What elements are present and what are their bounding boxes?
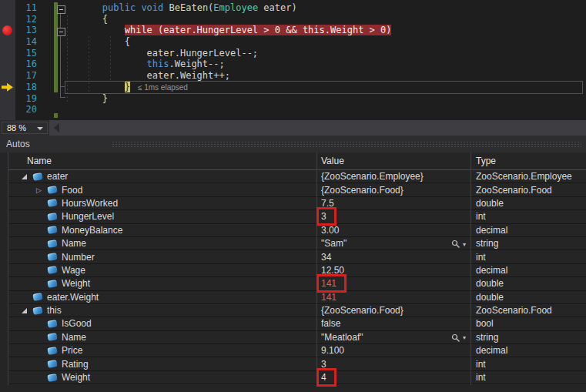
autos-header-row: Name Value Type — [8, 152, 586, 170]
field-icon — [47, 280, 57, 288]
code-line-12[interactable]: 12 { — [0, 14, 586, 25]
variable-name: eater — [47, 171, 68, 182]
autos-row[interactable]: eater.Weight141double — [8, 291, 586, 304]
scroll-left-icon[interactable] — [54, 123, 59, 132]
variable-name: IsGood — [62, 318, 92, 329]
magnifier-icon[interactable]: ▾ — [451, 333, 466, 343]
horizontal-scrollbar[interactable] — [49, 120, 586, 136]
variable-type: double — [470, 278, 586, 289]
code-line-20[interactable]: 20 — [0, 104, 586, 116]
gutter-cell[interactable] — [0, 25, 15, 36]
collapse-toggle-icon[interactable] — [22, 174, 27, 179]
autos-row[interactable]: eater{ZooScenario.Employee}ZooScenario.E… — [8, 170, 586, 183]
gutter-cell[interactable] — [0, 104, 15, 116]
collapse-region-icon[interactable] — [57, 28, 65, 36]
line-number: 12 — [15, 14, 43, 25]
code-text: { — [43, 36, 130, 48]
autos-title-bar[interactable]: Autos — [0, 136, 586, 152]
variable-value: {ZooScenario.Employee} — [321, 171, 424, 182]
line-number: 16 — [15, 59, 43, 70]
variable-name: Food — [62, 185, 82, 196]
field-icon — [32, 307, 42, 315]
code-line-17[interactable]: 17 eater.Weight++; — [0, 70, 586, 82]
code-area[interactable]: 11 public void BeEaten(Employee eater)12… — [0, 2, 586, 116]
code-text: eater.HungerLevel--; — [43, 48, 258, 59]
code-line-19[interactable]: 19 } — [0, 93, 586, 105]
code-line-18[interactable]: 18 }≤ 1ms elapsed — [0, 82, 586, 93]
column-header-value[interactable]: Value — [316, 156, 470, 166]
chevron-down-icon[interactable]: ▾ — [463, 334, 466, 341]
autos-panel: Autos Name Value Type eater{ZooScenario.… — [0, 136, 586, 392]
gutter-cell[interactable] — [0, 93, 15, 105]
variable-name: MoneyBalance — [62, 225, 122, 236]
variable-name: this — [47, 305, 62, 316]
collapse-toggle-icon[interactable] — [22, 308, 27, 313]
expand-toggle-icon[interactable]: ▷ — [36, 186, 44, 194]
grid-border-left — [8, 152, 8, 385]
column-separator-type[interactable] — [470, 152, 471, 385]
autos-row[interactable]: Name"Sam"▾string — [8, 237, 586, 250]
variable-type: int — [470, 252, 586, 263]
column-header-name[interactable]: Name — [8, 156, 316, 166]
field-icon — [47, 240, 57, 248]
variable-type: string — [470, 238, 586, 249]
autos-row[interactable]: Wage12.50decimal — [8, 264, 586, 277]
variable-type: ZooScenario.Food — [470, 185, 586, 196]
column-separator-value[interactable] — [316, 152, 317, 385]
gutter-cell[interactable] — [0, 2, 15, 14]
autos-row[interactable]: Name"Meatloaf"▾string — [8, 331, 586, 344]
code-line-13[interactable]: 13 while (eater.HungerLevel > 0 && this.… — [0, 25, 586, 36]
autos-row[interactable]: Price9.100decimal — [8, 344, 586, 357]
field-icon — [47, 320, 57, 328]
autos-row[interactable]: Rating3int — [8, 357, 586, 370]
code-line-16[interactable]: 16 this.Weight--; — [0, 59, 586, 70]
line-number: 18 — [15, 82, 43, 93]
field-icon — [47, 266, 57, 274]
breakpoint-icon[interactable] — [2, 25, 12, 35]
chevron-down-icon[interactable]: ▾ — [463, 241, 466, 248]
code-text: public void BeEaten(Employee eater) — [43, 2, 297, 14]
line-number: 11 — [15, 2, 43, 14]
title-bar-grip-texture — [112, 141, 581, 148]
zoom-level-dropdown[interactable]: 88 % — [2, 122, 48, 134]
variable-name: Weight — [62, 372, 90, 383]
autos-row[interactable]: HungerLevel3int — [8, 210, 586, 223]
autos-row[interactable]: Weight4int — [8, 371, 586, 384]
code-text: } — [43, 93, 108, 105]
variable-name: Price — [62, 345, 82, 356]
variable-name: Weight — [62, 278, 90, 289]
column-header-type[interactable]: Type — [470, 156, 586, 166]
variable-type: ZooScenario.Employee — [470, 171, 586, 182]
code-editor[interactable]: 11 public void BeEaten(Employee eater)12… — [0, 0, 586, 120]
field-icon — [32, 293, 42, 301]
variable-name: Number — [62, 252, 95, 263]
gutter-cell[interactable] — [0, 59, 15, 70]
variable-value: {ZooScenario.Food} — [321, 305, 404, 316]
gutter-cell[interactable] — [0, 82, 15, 93]
variable-name: HoursWorked — [62, 198, 118, 209]
collapse-region-icon[interactable] — [57, 5, 65, 14]
autos-row[interactable]: IsGoodfalsebool — [8, 317, 586, 330]
autos-row[interactable]: ▷Food{ZooScenario.Food}ZooScenario.Food — [8, 183, 586, 196]
code-line-11[interactable]: 11 public void BeEaten(Employee eater) — [0, 2, 586, 14]
field-icon — [47, 360, 57, 368]
variable-name: HungerLevel — [62, 211, 114, 222]
autos-row[interactable]: this{ZooScenario.Food}ZooScenario.Food — [8, 304, 586, 317]
variable-type: decimal — [470, 225, 586, 236]
autos-row[interactable]: Weight141double — [8, 277, 586, 290]
variable-value: 9.100 — [321, 345, 344, 356]
autos-row[interactable]: HoursWorked7.5double — [8, 197, 586, 210]
autos-row[interactable]: MoneyBalance3.00decimal — [8, 224, 586, 237]
magnifier-icon[interactable]: ▾ — [451, 240, 466, 249]
variable-type: ZooScenario.Food — [470, 305, 586, 316]
autos-row[interactable]: Number34int — [8, 250, 586, 263]
gutter-cell[interactable] — [0, 48, 15, 59]
autos-rows: eater{ZooScenario.Employee}ZooScenario.E… — [8, 170, 586, 384]
code-line-15[interactable]: 15 eater.HungerLevel--; — [0, 48, 586, 59]
gutter-cell[interactable] — [0, 14, 15, 25]
variable-value-annotated: 141 — [321, 278, 337, 289]
variable-value: 3.00 — [321, 225, 339, 236]
gutter-cell[interactable] — [0, 70, 15, 82]
gutter-cell[interactable] — [0, 36, 15, 48]
code-line-14[interactable]: 14 { — [0, 36, 586, 48]
